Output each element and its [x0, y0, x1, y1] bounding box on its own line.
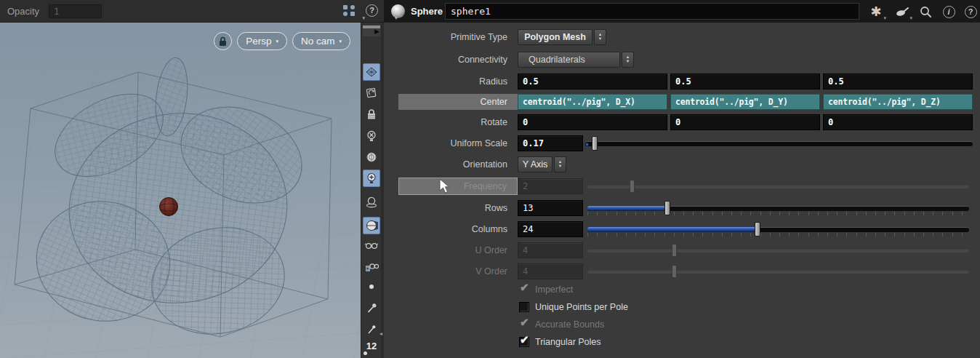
rows-label[interactable]: Rows — [384, 200, 518, 216]
u-order-row: U Order 4 — [384, 242, 969, 258]
slider-handle[interactable] — [664, 201, 670, 215]
slider-handle — [630, 180, 635, 193]
viewport-help-button[interactable]: ? — [366, 4, 378, 17]
connectivity-spinner[interactable]: ▲ ▼ — [622, 52, 634, 68]
link-tree-button[interactable]: ▾ — [342, 4, 359, 19]
connectivity-dropdown[interactable]: Quadrilaterals — [518, 52, 620, 68]
rotate-label[interactable]: Rotate — [384, 114, 518, 130]
rotate-x-field[interactable]: 0 — [518, 114, 667, 130]
columns-slider[interactable] — [587, 221, 969, 237]
frequency-label: Frequency — [398, 178, 518, 195]
info-button[interactable]: i — [941, 4, 957, 20]
gear-menu-button[interactable]: ✱ ▾ — [868, 4, 884, 20]
radius-row: Radius 0.5 0.5 0.5 — [384, 73, 973, 90]
node-name-input[interactable] — [445, 3, 859, 20]
primitive-type-dropdown[interactable]: Polygon Mesh — [518, 29, 593, 45]
normal-lights-button[interactable] — [363, 170, 380, 187]
hq-lights-icon — [365, 196, 378, 209]
persp-label: Persp — [246, 36, 271, 47]
rotate-z-field[interactable]: 0 — [823, 114, 973, 130]
headlight-icon — [365, 151, 378, 164]
chevron-down-icon: ▾ — [339, 39, 342, 44]
radius-z-field[interactable]: 0.5 — [823, 73, 973, 90]
v-order-label: V Order — [384, 263, 518, 279]
rotate-y-field[interactable]: 0 — [670, 114, 820, 130]
link-tree-icon — [342, 4, 358, 17]
opacity-input[interactable] — [49, 4, 102, 18]
lock-display-button[interactable] — [363, 106, 380, 123]
display-points-button[interactable] — [363, 279, 380, 296]
toolbar-scroll-button[interactable]: ▶ — [363, 25, 380, 36]
primitive-type-spinner[interactable]: ▲ ▼ — [594, 29, 606, 45]
gear-icon: ✱ — [870, 5, 881, 18]
primitive-type-label[interactable]: Primitive Type — [384, 29, 518, 45]
lock-camera-button[interactable] — [214, 32, 232, 50]
rows-field[interactable]: 13 — [518, 200, 583, 216]
triangular-poles-row: ✔ Triangular Poles — [384, 335, 601, 349]
mouse-cursor — [439, 178, 451, 194]
display-normals-button[interactable] — [363, 299, 380, 317]
center-z-field[interactable]: centroid("../pig", D_Z) — [823, 94, 973, 110]
frequency-field: 2 — [518, 178, 583, 194]
v-order-field: 4 — [518, 263, 583, 279]
unique-points-checkbox[interactable] — [519, 302, 529, 312]
persp-menu-button[interactable]: Persp ▾ — [237, 32, 287, 50]
orientation-dropdown[interactable]: Y Axis — [518, 156, 553, 172]
unique-points-label[interactable]: Unique Points per Pole — [535, 302, 628, 312]
connectivity-value: Quadrilaterals — [529, 55, 585, 65]
search-button[interactable] — [917, 4, 933, 20]
center-x-field[interactable]: centroid("../pig", D_X) — [518, 94, 667, 110]
chevron-down-icon: ▾ — [909, 15, 912, 21]
rows-slider[interactable] — [587, 200, 969, 216]
triangular-poles-label[interactable]: Triangular Poles — [535, 337, 601, 347]
uniform-scale-slider[interactable] — [585, 135, 973, 151]
panel-help-button[interactable]: ? — [963, 4, 979, 20]
node-type-menu-icon[interactable]: ▾ — [395, 15, 398, 21]
spinner-down-icon: ▼ — [598, 37, 602, 41]
radius-label[interactable]: Radius — [384, 73, 518, 90]
show-points-button[interactable] — [363, 63, 380, 81]
no-lights-button[interactable] — [363, 127, 380, 145]
padlock-icon — [365, 108, 378, 121]
display-normals-icon — [365, 301, 378, 314]
slider-handle — [672, 265, 677, 278]
columns-label[interactable]: Columns — [384, 221, 518, 237]
slider-handle[interactable] — [755, 222, 760, 236]
primitive-type-value: Polygon Mesh — [524, 32, 586, 42]
hq-lights-button[interactable] — [363, 194, 380, 211]
columns-field[interactable]: 24 — [518, 221, 583, 237]
uniform-scale-field[interactable]: 0.17 — [518, 135, 583, 151]
orientation-spinner[interactable]: ▲ ▼ — [554, 156, 566, 172]
orientation-row: Orientation Y Axis ▲ ▼ — [384, 156, 566, 172]
headlight-button[interactable] — [363, 148, 380, 166]
frequency-row: Frequency 2 — [384, 178, 969, 194]
imperfect-row: ✔ Imperfect — [384, 283, 573, 296]
pan-menu-button[interactable]: ▾ — [894, 4, 910, 20]
u-order-field: 4 — [518, 242, 583, 258]
node-sphere-icon — [390, 4, 406, 19]
smooth-shaded-icon — [365, 219, 378, 232]
smooth-shaded-button[interactable] — [363, 217, 380, 234]
accurate-bounds-checkbox: ✔ — [519, 319, 529, 330]
chevron-down-icon: ▾ — [362, 15, 365, 20]
connectivity-label[interactable]: Connectivity — [384, 52, 518, 68]
center-y-field[interactable]: centroid("../pig", D_Y) — [670, 94, 820, 110]
show-prims-button[interactable] — [363, 84, 380, 101]
visualizer-button[interactable] — [363, 237, 380, 255]
houdini-window: Opacity ▾ ? — [0, 0, 980, 358]
check-icon: ✔ — [520, 316, 529, 329]
viewport-3d[interactable]: Persp ▾ No cam ▾ — [0, 23, 361, 358]
radius-x-field[interactable]: 0.5 — [518, 73, 667, 90]
slider-handle[interactable] — [592, 136, 598, 151]
normal-lights-icon — [365, 172, 378, 185]
display-pins-button[interactable] — [363, 320, 380, 338]
scene-visualizer-button[interactable] — [363, 258, 380, 276]
center-label[interactable]: Center — [398, 94, 518, 110]
imperfect-checkbox: ✔ — [519, 285, 529, 295]
spinner-down-icon: ▼ — [558, 164, 562, 169]
orientation-label[interactable]: Orientation — [384, 156, 518, 172]
camera-menu-button[interactable]: No cam ▾ — [292, 32, 350, 50]
uniform-scale-label[interactable]: Uniform Scale — [384, 135, 518, 151]
radius-y-field[interactable]: 0.5 — [670, 73, 820, 90]
triangular-poles-checkbox[interactable]: ✔ — [519, 337, 529, 347]
